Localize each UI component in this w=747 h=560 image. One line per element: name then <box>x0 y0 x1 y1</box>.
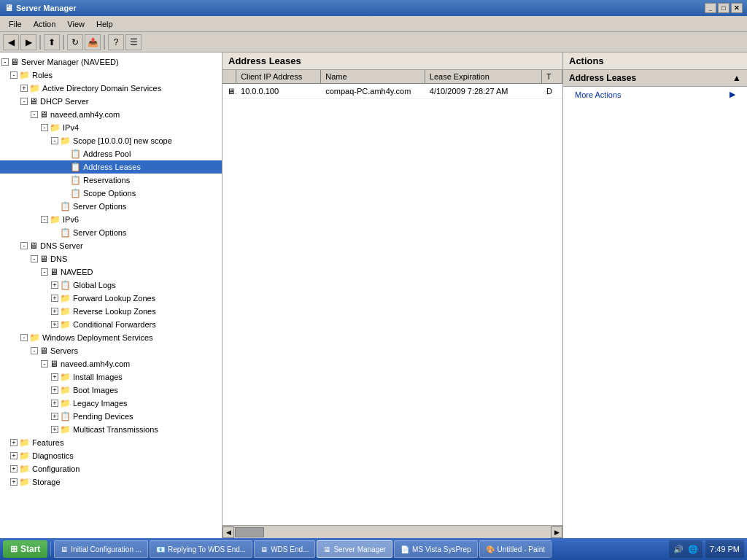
expand-roles[interactable]: - <box>10 71 18 79</box>
tree-item-scope[interactable]: - 📁 Scope [10.0.0.0] new scope <box>0 134 222 147</box>
taskbar-replying-label: Replying To WDS End... <box>168 545 246 553</box>
maximize-button[interactable]: □ <box>718 3 729 13</box>
expand-dns[interactable]: - <box>31 255 38 262</box>
tree-item-pending-devices[interactable]: + 📋 Pending Devices <box>0 410 222 423</box>
expand-dhcp-server[interactable]: - <box>20 98 28 105</box>
help-button[interactable]: ? <box>108 34 124 50</box>
tree-item-forward-lookup[interactable]: + 📁 Forward Lookup Zones <box>0 292 222 305</box>
more-actions-item[interactable]: More Actions ▶ <box>563 87 747 102</box>
taskbar-item-config[interactable]: 🖥 Initial Configuration ... <box>54 540 148 558</box>
expand-naveed-wds[interactable]: - <box>41 360 48 368</box>
dns-server-icon: 🖥 <box>29 241 38 251</box>
expand-servers[interactable]: - <box>31 347 38 354</box>
expand-conditional-forwarders[interactable]: + <box>51 321 58 328</box>
expand-ipv4[interactable]: - <box>41 124 48 131</box>
expand-scope[interactable]: - <box>51 137 58 144</box>
scroll-left[interactable]: ◀ <box>222 526 234 538</box>
expand-configuration[interactable]: + <box>10 465 18 472</box>
expand-forward-lookup[interactable]: + <box>51 295 58 302</box>
menu-file[interactable]: File <box>3 18 28 30</box>
forward-button[interactable]: ▶ <box>20 34 36 50</box>
up-button[interactable]: ⬆ <box>44 34 60 50</box>
export-button[interactable]: 📤 <box>85 34 101 50</box>
tree-item-naveed-wds[interactable]: - 🖥 naveed.amh4y.com <box>0 357 222 370</box>
col-header-icon[interactable] <box>222 70 236 83</box>
actions-section-collapse-icon[interactable]: ▲ <box>732 73 741 83</box>
expand-wds[interactable]: - <box>20 334 28 341</box>
expand-ipv6[interactable]: - <box>41 216 48 223</box>
expand-features[interactable]: + <box>10 439 18 446</box>
start-button[interactable]: ⊞ Start <box>3 540 47 558</box>
tree-item-legacy-images[interactable]: + 📁 Legacy Images <box>0 397 222 410</box>
close-button[interactable]: ✕ <box>731 3 743 13</box>
view-button[interactable]: ☰ <box>125 34 142 50</box>
tree-item-naveed-dns[interactable]: - 🖥 NAVEED <box>0 265 222 279</box>
expand-active-directory[interactable]: + <box>20 85 28 92</box>
tree-item-server-options-ipv6[interactable]: 📋 Server Options <box>0 226 222 239</box>
expand-reverse-lookup[interactable]: + <box>51 308 58 315</box>
taskbar-item-wds-end[interactable]: 🖥 WDS End... <box>254 540 315 558</box>
taskbar-wds-label: WDS End... <box>271 545 309 553</box>
tree-item-conditional-forwarders[interactable]: + 📁 Conditional Forwarders <box>0 318 222 331</box>
tree-item-active-directory[interactable]: + 📁 Active Directory Domain Services <box>0 82 222 95</box>
taskbar-item-replying[interactable]: 📧 Replying To WDS End... <box>150 540 252 558</box>
taskbar-item-untitled-paint[interactable]: 🎨 Untitled - Paint <box>479 540 552 558</box>
tree-item-server-manager[interactable]: - 🖥 Server Manager (NAVEED) <box>0 55 222 69</box>
scroll-right[interactable]: ▶ <box>551 526 562 538</box>
tree-item-storage[interactable]: + 📁 Storage <box>0 475 222 489</box>
tree-item-address-leases[interactable]: 📋 Address Leases <box>0 160 222 174</box>
col-header-type[interactable]: T <box>542 70 562 83</box>
tree-item-address-pool[interactable]: 📋 Address Pool <box>0 147 222 160</box>
expand-diagnostics[interactable]: + <box>10 452 18 459</box>
tree-item-features[interactable]: + 📁 Features <box>0 436 222 449</box>
menu-help[interactable]: Help <box>90 18 119 30</box>
tree-item-dhcp-server[interactable]: - 🖥 DHCP Server <box>0 95 222 108</box>
minimize-button[interactable]: _ <box>705 3 716 13</box>
address-leases-placeholder <box>61 163 69 171</box>
expand-naveed-dns[interactable]: - <box>41 268 48 276</box>
taskbar-item-server-manager[interactable]: 🖥 Server Manager <box>317 540 392 558</box>
refresh-button[interactable]: ↻ <box>67 34 83 50</box>
col-header-name[interactable]: Name <box>321 70 425 83</box>
expand-global-logs[interactable]: + <box>51 281 58 289</box>
taskbar-item-sysprep[interactable]: 📄 MS Vista SysPrep <box>394 540 477 558</box>
tree-item-ipv6[interactable]: - 📁 IPv6 <box>0 213 222 226</box>
expand-dns-server[interactable]: - <box>20 242 28 249</box>
tree-item-multicast[interactable]: + 📁 Multicast Transmissions <box>0 423 222 436</box>
tree-item-boot-images[interactable]: + 📁 Boot Images <box>0 384 222 397</box>
tree-item-roles[interactable]: - 📁 Roles <box>0 69 222 82</box>
tree-item-install-images[interactable]: + 📁 Install Images <box>0 370 222 384</box>
expand-server-manager[interactable]: - <box>1 58 9 66</box>
tree-item-wds[interactable]: - 📁 Windows Deployment Services <box>0 331 222 344</box>
expand-storage[interactable]: + <box>10 478 18 486</box>
col-header-expiration[interactable]: Lease Expiration <box>425 70 542 83</box>
tree-item-dns[interactable]: - 🖥 DNS <box>0 252 222 265</box>
tree-item-server-options-dhcp[interactable]: 📋 Server Options <box>0 200 222 213</box>
expand-boot-images[interactable]: + <box>51 386 58 394</box>
menu-view[interactable]: View <box>61 18 90 30</box>
expand-pending-devices[interactable]: + <box>51 413 58 420</box>
list-header: Client IP Address Name Lease Expiration … <box>222 70 562 84</box>
tree-item-dns-server[interactable]: - 🖥 DNS Server <box>0 239 222 252</box>
list-row[interactable]: 🖥 10.0.0.100 compaq-PC.amh4y.com 4/10/20… <box>222 84 562 99</box>
horizontal-scrollbar[interactable]: ◀ ▶ <box>222 525 562 538</box>
scroll-thumb[interactable] <box>235 527 264 537</box>
expand-legacy-images[interactable]: + <box>51 400 58 407</box>
menu-action[interactable]: Action <box>28 18 62 30</box>
expand-install-images[interactable]: + <box>51 373 58 381</box>
expand-multicast[interactable]: + <box>51 426 58 433</box>
expand-naveed[interactable]: - <box>31 111 38 118</box>
tree-item-scope-options[interactable]: 📋 Scope Options <box>0 187 222 200</box>
tree-item-global-logs[interactable]: + 📋 Global Logs <box>0 279 222 292</box>
tree-item-ipv4[interactable]: - 📁 IPv4 <box>0 121 222 134</box>
tree-item-servers[interactable]: - 🖥 Servers <box>0 344 222 357</box>
scroll-track[interactable] <box>234 526 551 538</box>
tree-item-naveed[interactable]: - 🖥 naveed.amh4y.com <box>0 108 222 121</box>
address-pool-placeholder <box>61 150 69 158</box>
tree-item-reservations[interactable]: 📋 Reservations <box>0 174 222 187</box>
tree-item-configuration[interactable]: + 📁 Configuration <box>0 462 222 475</box>
back-button[interactable]: ◀ <box>3 34 19 50</box>
tree-item-diagnostics[interactable]: + 📁 Diagnostics <box>0 449 222 462</box>
col-header-ip[interactable]: Client IP Address <box>236 70 321 83</box>
tree-item-reverse-lookup[interactable]: + 📁 Reverse Lookup Zones <box>0 305 222 318</box>
